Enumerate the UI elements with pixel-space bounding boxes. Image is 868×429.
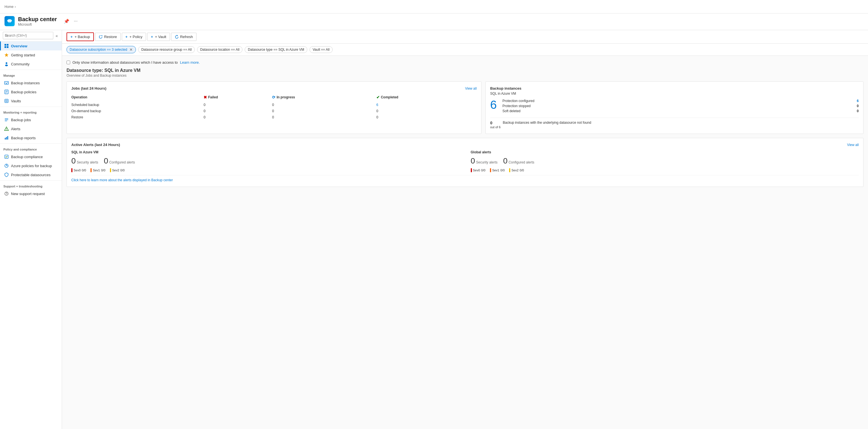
- sidebar-item-new-support-request[interactable]: New support request: [0, 189, 62, 198]
- sidebar-item-backup-jobs[interactable]: Backup jobs: [0, 115, 62, 124]
- datasource-access-checkbox[interactable]: [66, 61, 70, 64]
- sidebar-item-backup-policies[interactable]: Backup policies: [0, 87, 62, 96]
- svg-rect-3: [4, 46, 6, 48]
- collapse-sidebar-button[interactable]: «: [54, 32, 59, 39]
- sql-sev0-label: Sev0: [73, 168, 81, 172]
- learn-more-link[interactable]: Learn more.: [180, 60, 200, 65]
- sql-sev0: Sev0 0/0: [71, 168, 86, 172]
- alerts-learn-more-link[interactable]: Click here to learn more about the alert…: [71, 175, 859, 182]
- restore-button-label: Restore: [104, 35, 117, 39]
- filter-chip-4[interactable]: Vault == All: [310, 46, 333, 53]
- restore-button[interactable]: Restore: [95, 33, 121, 41]
- filter-chip-2[interactable]: Datasource location == All: [197, 46, 243, 53]
- breadcrumb-home[interactable]: Home ›: [4, 5, 16, 9]
- bi-stats: Protection configured 6 Protection stopp…: [502, 99, 859, 114]
- global-security-count: 0: [471, 156, 475, 165]
- bi-stat-0-label: Protection configured: [502, 99, 534, 103]
- jobs-view-all-link[interactable]: View all: [465, 87, 477, 90]
- svg-rect-4: [7, 46, 8, 48]
- app-subtitle: Microsoft: [18, 23, 57, 27]
- col-failed: ✖ Failed: [204, 94, 272, 102]
- backup-plus-icon: +: [70, 35, 73, 39]
- filter-chip-0[interactable]: Datasource subscription == 3 selected ✕: [66, 46, 136, 53]
- sidebar-item-backup-instances[interactable]: Backup instances: [0, 79, 62, 87]
- table-row: Scheduled backup 0 0 6: [71, 102, 477, 108]
- sidebar: « Overview Getting started Community Man…: [0, 30, 62, 429]
- sidebar-item-getting-started[interactable]: Getting started: [0, 51, 62, 59]
- global-sev2: Sev2 0/0: [509, 168, 524, 172]
- sidebar-item-community[interactable]: Community: [0, 59, 62, 68]
- more-icon[interactable]: ···: [73, 18, 79, 25]
- sidebar-item-azure-policies[interactable]: Azure policies for backup: [0, 161, 62, 170]
- global-security-count-block: 0 Security alerts: [471, 156, 498, 165]
- bi-bottom-text: Backup instances with the underlying dat…: [503, 121, 591, 129]
- sql-configured-count: 0: [104, 156, 108, 165]
- alerts-view-all-link[interactable]: View all: [847, 143, 859, 147]
- main-layout: « Overview Getting started Community Man…: [0, 30, 868, 429]
- global-sev-row: Sev0 0/0 Sev1 0/0 Sev2 0/0: [471, 168, 859, 172]
- global-configured-label: Configured alerts: [508, 160, 534, 164]
- table-row: Restore 0 0 0: [71, 114, 477, 120]
- sidebar-item-backup-compliance[interactable]: Backup compliance: [0, 152, 62, 161]
- filter-chip-3-label: Datasource type == SQL in Azure VM: [248, 48, 304, 52]
- alerts-global-counts: 0 Security alerts 0 Configured alerts: [471, 156, 859, 165]
- vault-plus-icon: +: [151, 35, 153, 39]
- vault-button[interactable]: + + Vault: [147, 33, 170, 41]
- header-icons: 📌 ···: [63, 18, 79, 25]
- global-configured-count: 0: [503, 156, 508, 165]
- bi-stat-1-label: Protection stopped: [502, 104, 531, 108]
- sql-security-count: 0: [71, 156, 76, 165]
- svg-rect-2: [7, 44, 8, 45]
- sidebar-section-monitoring: Monitoring + reporting: [0, 106, 62, 115]
- bi-stat-0-value[interactable]: 6: [857, 99, 859, 103]
- sidebar-item-alerts[interactable]: Alerts: [0, 124, 62, 133]
- sidebar-item-backup-reports[interactable]: Backup reports: [0, 133, 62, 142]
- bi-bottom: 0 out of 6 Backup instances with the und…: [490, 118, 859, 129]
- jobs-card-header: Jobs (last 24 Hours) View all: [71, 86, 477, 90]
- search-input[interactable]: [3, 32, 53, 39]
- bi-stat-row-1: Protection stopped 0: [502, 104, 859, 108]
- sidebar-item-vaults[interactable]: Vaults: [0, 96, 62, 105]
- sidebar-item-overview[interactable]: Overview: [0, 41, 62, 51]
- svg-rect-20: [5, 138, 6, 140]
- backup-instances-card-title: Backup instances: [490, 86, 859, 90]
- filter-chip-1-label: Datasource resource group == All: [141, 48, 192, 52]
- alerts-section-global: Global alerts 0 Security alerts 0 Config…: [471, 150, 859, 172]
- row-1-failed: 0: [204, 108, 272, 114]
- completed-6-link[interactable]: 6: [376, 103, 378, 107]
- filter-chip-0-close[interactable]: ✕: [129, 48, 133, 52]
- col-operation: Operation: [71, 94, 204, 102]
- top-cards-row: Jobs (last 24 Hours) View all Operation …: [66, 82, 864, 134]
- alerts-section-sql: SQL in Azure VM 0 Security alerts 0 Conf…: [71, 150, 460, 172]
- row-2-operation: Restore: [71, 114, 204, 120]
- sidebar-section-policy: Policy and compliance: [0, 144, 62, 152]
- global-sev0: Sev0 0/0: [471, 168, 486, 172]
- refresh-button[interactable]: Refresh: [171, 33, 197, 41]
- sql-sev2-bar: [110, 168, 111, 172]
- datasource-access-checkbox-row: Only show information about datasources …: [66, 60, 864, 65]
- sidebar-item-backup-compliance-label: Backup compliance: [11, 155, 43, 159]
- bi-stat-row-0: Protection configured 6: [502, 99, 859, 103]
- global-sev2-label: Sev2: [512, 168, 519, 172]
- row-1-inprogress: 0: [272, 108, 376, 114]
- backup-button[interactable]: + + Backup: [66, 32, 94, 41]
- svg-point-19: [6, 130, 7, 130]
- svg-point-6: [5, 65, 8, 66]
- filter-chip-3[interactable]: Datasource type == SQL in Azure VM: [245, 46, 307, 53]
- svg-point-5: [6, 62, 7, 64]
- policy-button[interactable]: + + Policy: [122, 33, 146, 41]
- table-row: On-demand backup 0 0 0: [71, 108, 477, 114]
- sql-sev0-value: 0/0: [82, 168, 86, 172]
- filter-chip-4-label: Vault == All: [313, 48, 330, 52]
- getting-started-icon: [4, 53, 9, 57]
- filter-chip-1[interactable]: Datasource resource group == All: [138, 46, 195, 53]
- sidebar-item-backup-reports-label: Backup reports: [11, 136, 35, 140]
- checkbox-label: Only show information about datasources …: [72, 60, 178, 65]
- pin-icon[interactable]: 📌: [63, 18, 70, 25]
- sidebar-item-protectable-datasources[interactable]: Protectable datasources: [0, 170, 62, 179]
- alerts-sql-title: SQL in Azure VM: [71, 150, 460, 154]
- svg-point-14: [6, 101, 7, 101]
- row-2-failed: 0: [204, 114, 272, 120]
- bi-bottom-number: 0: [490, 121, 493, 125]
- sql-security-count-block: 0 Security alerts: [71, 156, 98, 165]
